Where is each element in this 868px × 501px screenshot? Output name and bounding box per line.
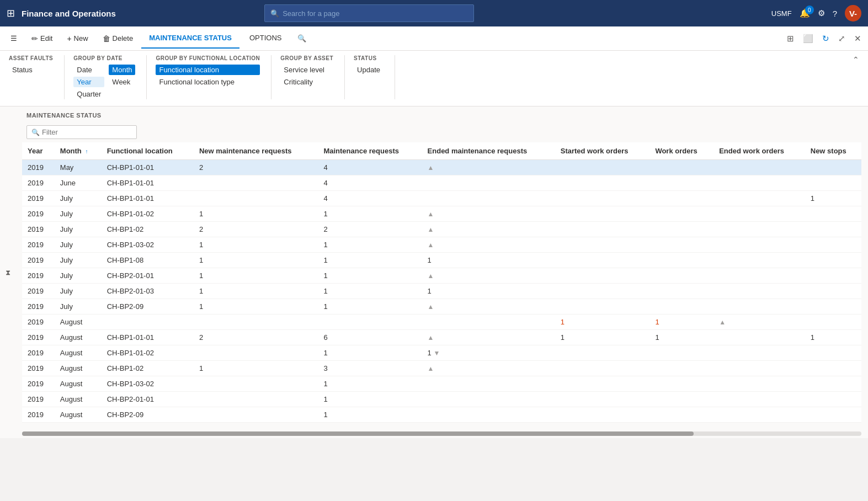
search-bar[interactable]: 🔍 (264, 4, 474, 22)
ribbon-group-fl-items: Functional location Functional location … (156, 65, 260, 87)
ribbon-group-status-items: Update (354, 65, 384, 75)
waffle-icon[interactable]: ⊞ (7, 7, 15, 19)
ribbon-item-quarter[interactable]: Quarter (73, 89, 104, 99)
ribbon-group-asset-title: GROUP BY ASSET (280, 55, 333, 61)
tab-options[interactable]: OPTIONS (242, 28, 290, 49)
table-row[interactable]: 2019JuneCH-BP1-01-014 (22, 175, 861, 191)
ribbon-item-functional-location-type[interactable]: Functional location type (156, 77, 260, 87)
table-body: 2019MayCH-BP1-01-0124▲2019JuneCH-BP1-01-… (22, 160, 861, 423)
ribbon-collapse-button[interactable]: ⌃ (853, 55, 859, 64)
expand-icon[interactable]: ⤢ (836, 31, 848, 46)
table-cell (194, 392, 318, 407)
ribbon-item-criticality[interactable]: Criticality (280, 77, 333, 87)
table-cell-ended-mr: ▲ (422, 330, 555, 345)
scrollbar-thumb[interactable] (22, 431, 694, 436)
table-row[interactable]: 2019AugustCH-BP1-01-0211 ▼ (22, 345, 861, 361)
table-container: Year Month ↑ Functional location New mai… (15, 142, 868, 429)
filter-panel-toggle[interactable]: ⧗ (0, 262, 15, 284)
col-month[interactable]: Month ↑ (55, 142, 102, 160)
table-cell: 1 (318, 253, 422, 268)
arrow-up-icon: ▲ (428, 210, 434, 218)
search-input[interactable] (283, 9, 459, 18)
ribbon-item-service-level[interactable]: Service level (280, 65, 333, 75)
table-row[interactable]: 2019JulyCH-BP2-0911▲ (22, 299, 861, 315)
ribbon-item-date[interactable]: Date (73, 65, 104, 75)
ribbon-item-week[interactable]: Week (109, 77, 135, 87)
table-row[interactable]: 2019JulyCH-BP1-08111 (22, 253, 861, 268)
table-cell: CH-BP1-01-02 (102, 345, 194, 361)
table-cell-wo (649, 237, 713, 253)
ribbon-item-month[interactable]: Month (109, 65, 135, 75)
table-row[interactable]: 2019JulyCH-BP1-03-0211▲ (22, 237, 861, 253)
help-icon[interactable]: ? (833, 9, 837, 18)
edit-button[interactable]: ✏ Edit (25, 30, 58, 47)
refresh-icon[interactable]: ↻ (820, 31, 832, 46)
table-cell-ended-wo (713, 222, 805, 237)
table-cell-started-wo (555, 284, 650, 299)
table-cell-ended-wo (713, 345, 805, 361)
window-icon[interactable]: ⬜ (801, 31, 816, 46)
table-cell (102, 315, 194, 330)
hamburger-button[interactable]: ☰ (4, 30, 23, 46)
tab-maintenance-status[interactable]: MAINTENANCE STATUS (141, 28, 239, 49)
table-cell-started-wo: 1 (555, 330, 650, 345)
col-year[interactable]: Year (22, 142, 55, 160)
table-row[interactable]: 2019JulyCH-BP1-0222▲ (22, 222, 861, 237)
table-row[interactable]: 2019JulyCH-BP1-01-0141 (22, 191, 861, 206)
table-cell-started-wo: 1 (555, 315, 650, 330)
table-row[interactable]: 2019AugustCH-BP2-01-011 (22, 392, 861, 407)
main-content: ⧗ MAINTENANCE STATUS 🔍 Year Month ↑ Func… (0, 106, 868, 438)
table-cell: 1 (194, 253, 318, 268)
ribbon-group-asset-faults-title: ASSET FAULTS (9, 55, 53, 61)
table-cell: 2019 (22, 392, 55, 407)
table-cell-wo: 1 (649, 315, 713, 330)
settings-icon[interactable]: ⚙ (818, 8, 825, 18)
ribbon-item-status[interactable]: Status (9, 65, 53, 75)
grid-icon[interactable]: ⊞ (785, 31, 796, 46)
table-cell (194, 407, 318, 423)
col-ended-wo[interactable]: Ended work orders (713, 142, 805, 160)
scrollbar[interactable] (22, 431, 861, 436)
new-button[interactable]: + New (61, 30, 94, 47)
table-cell-ended-wo (713, 284, 805, 299)
table-row[interactable]: 2019AugustCH-BP2-091 (22, 407, 861, 423)
filter-search-icon: 🔍 (31, 129, 40, 136)
table-row[interactable]: 2019AugustCH-BP1-03-021 (22, 376, 861, 392)
ribbon-item-year[interactable]: Year (73, 77, 104, 87)
table-row[interactable]: 2019JulyCH-BP2-01-0111▲ (22, 268, 861, 284)
col-functional-location[interactable]: Functional location (102, 142, 194, 160)
table-row[interactable]: 2019AugustCH-BP1-01-0126▲111 (22, 330, 861, 345)
table-row[interactable]: 2019August11▲ (22, 315, 861, 330)
close-icon[interactable]: ✕ (852, 31, 864, 46)
user-avatar[interactable]: V- (845, 5, 861, 22)
table-cell: 1 (318, 407, 422, 423)
scrollbar-container[interactable] (15, 429, 868, 438)
table-cell: 2 (194, 222, 318, 237)
table-cell: 2019 (22, 253, 55, 268)
filter-input[interactable] (42, 128, 135, 136)
notification-icon[interactable]: 🔔 0 (800, 8, 810, 18)
table-row[interactable]: 2019JulyCH-BP1-01-0211▲ (22, 206, 861, 222)
ribbon-group-fl-title: GROUP BY FUNCTIONAL LOCATION (156, 55, 260, 61)
col-new-stops[interactable]: New stops (805, 142, 861, 160)
table-row[interactable]: 2019MayCH-BP1-01-0124▲ (22, 160, 861, 175)
usmf-label: USMF (771, 9, 792, 18)
search-cmd-button[interactable]: 🔍 (291, 30, 312, 46)
col-started-wo[interactable]: Started work orders (555, 142, 650, 160)
delete-button[interactable]: 🗑 Delete (97, 30, 140, 47)
table-cell: 2019 (22, 315, 55, 330)
col-mr[interactable]: Maintenance requests (318, 142, 422, 160)
filter-input-container[interactable]: 🔍 (26, 125, 137, 139)
table-cell (805, 361, 861, 376)
col-new-mr[interactable]: New maintenance requests (194, 142, 318, 160)
table-cell-ended-wo (713, 160, 805, 175)
table-row[interactable]: 2019JulyCH-BP2-01-03111 (22, 284, 861, 299)
col-ended-mr[interactable]: Ended maintenance requests (422, 142, 555, 160)
table-cell-ended-wo (713, 253, 805, 268)
table-cell: July (55, 299, 102, 315)
arrow-up-icon: ▲ (428, 334, 434, 342)
col-wo[interactable]: Work orders (649, 142, 713, 160)
ribbon-item-functional-location[interactable]: Functional location (156, 65, 260, 75)
table-row[interactable]: 2019AugustCH-BP1-0213▲ (22, 361, 861, 376)
ribbon-item-update[interactable]: Update (354, 65, 384, 75)
